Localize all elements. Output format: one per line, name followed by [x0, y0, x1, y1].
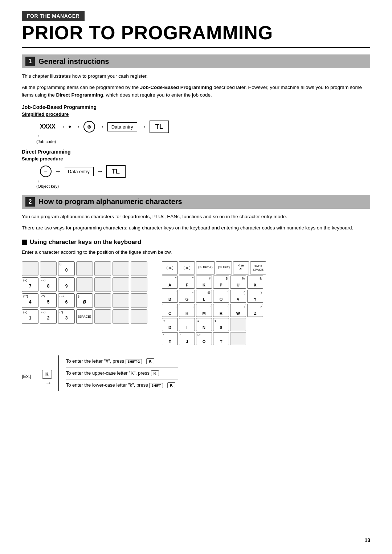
direct-heading: Direct Programming — [22, 149, 370, 155]
rkey-m: ' M — [196, 304, 212, 317]
sample-diagram: − → Data entry → TL ⋮ (Object key) — [33, 165, 370, 188]
arrow3: → — [98, 123, 105, 131]
example-line1: To enter the letter "#", press SHIFT-2 K — [66, 355, 178, 367]
key-space: (SPACE) — [76, 309, 93, 324]
sample-label: Sample procedure — [22, 156, 370, 162]
right-row-top: (DC) (DC) (SHIFT-2) (SHIFT) ¢ æ Æ BACK S… — [162, 261, 266, 274]
main-title: PRIOR TO PROGRAMMING — [22, 23, 370, 48]
key-dp-5: (") 5 — [40, 293, 57, 308]
key-tilde-1: (~) 1 — [22, 309, 38, 324]
example-line2: To enter the upper-case letter "K", pres… — [66, 367, 178, 379]
arrow6: → — [97, 168, 103, 175]
right-row-c: : C ; H ' M ’ R ! W ? Z — [162, 304, 266, 317]
section1-number: 1 — [25, 57, 35, 66]
rkey-c: : C — [162, 304, 178, 317]
rkey-y: ) Y — [247, 290, 263, 303]
section2-para2: There are two ways for programming chara… — [22, 224, 370, 232]
rkey-u: % U — [230, 276, 246, 289]
rkey-b: ' B — [162, 290, 178, 303]
rkey-x: & X — [247, 276, 263, 289]
key-section-0: § Ø — [76, 293, 93, 308]
key-tilde-6: (~) 6 — [58, 293, 75, 308]
rkey-q: ’ Q — [213, 290, 229, 303]
keyboard-row-2: (~) 7 (~) 8 ʹ 9 — [22, 277, 147, 292]
example-lines: To enter the letter "#", press SHIFT-2 K… — [58, 355, 178, 391]
rkey-k: # K — [196, 276, 212, 289]
section1-para1: This chapter illustrates how to program … — [22, 73, 370, 80]
key-tilde-8: (~) 8 — [40, 277, 57, 292]
rkey-v: ( V — [230, 290, 246, 303]
rkey-f: " F — [179, 276, 195, 289]
tl-box: TL — [150, 121, 169, 133]
arrow1: → — [59, 123, 66, 131]
job-code-heading: Job-Code-Based Programming — [22, 104, 370, 110]
manager-badge: FOR THE MANAGER — [22, 11, 85, 21]
key-empty-15 — [113, 309, 129, 324]
right-row-a: " A " F # K $ P % U & X — [162, 276, 266, 289]
tl-box2: TL — [106, 165, 126, 178]
rkey-shift2: (SHIFT-2) — [196, 261, 215, 274]
keyboard-row-3: (**) 4 (") 5 (~) 6 § Ø — [22, 293, 147, 308]
using-keyboard-heading: Using character keys on the keyboard — [22, 239, 370, 246]
k-key-1: K — [146, 358, 154, 364]
keyboard-layout: ß 0 (~) 7 (~) 8 ʹ 9 — [22, 261, 370, 345]
page-number: 13 — [364, 537, 370, 543]
rkey-l: @ L — [196, 290, 212, 303]
shift2-key: SHIFT-2 — [126, 359, 142, 364]
section2-number: 2 — [25, 197, 35, 207]
rkey-s: ¢ S — [213, 318, 229, 331]
example-k-key: K — [42, 370, 52, 379]
job-code-note: ⋮ (Job code) — [36, 135, 370, 144]
section2-para1: You can program alphanumeric characters … — [22, 213, 370, 221]
section2-header: 2 How to program alphanumeric characters — [22, 195, 370, 209]
key-empty-10 — [131, 277, 147, 292]
right-row-d: + D − I = N ¢ S — [162, 318, 266, 331]
circle-minus: − — [40, 166, 52, 177]
rkey-i: − I — [179, 318, 195, 331]
example-section: [Ex.] K → To enter the letter "#", press… — [22, 355, 370, 391]
section2-title: How to program alphanumeric characters — [38, 197, 182, 206]
key-empty-1 — [22, 261, 38, 276]
rkey-empty-e — [230, 332, 246, 345]
data-entry-box: Data entry — [107, 122, 137, 131]
keyboard-right: (DC) (DC) (SHIFT-2) (SHIFT) ¢ æ Æ BACK S… — [162, 261, 266, 345]
section1-title: General instructions — [38, 57, 109, 66]
arrow5: → — [54, 168, 61, 175]
keyboard-left: ß 0 (~) 7 (~) 8 ʹ 9 — [22, 261, 147, 345]
dot-symbol: • — [69, 123, 71, 131]
rkey-n: = N — [196, 318, 212, 331]
rkey-g: * G — [179, 290, 195, 303]
keyboard-row-4: (~) 1 (~) 2 (°) 3 (SPACE) — [22, 309, 147, 324]
shift-key: SHIFT — [149, 383, 163, 388]
key-acute-9: ʹ 9 — [58, 277, 75, 292]
example-line3: To enter the lower-case letter "k", pres… — [66, 379, 178, 391]
k-key-2: K — [151, 370, 159, 376]
key-empty-8 — [94, 277, 111, 292]
keyboard-row-1: ß 0 — [22, 261, 147, 276]
key-empty-3 — [76, 261, 93, 276]
key-tilde-7: (~) 7 — [22, 277, 38, 292]
rkey-r: ’ R — [213, 304, 229, 317]
rkey-dc1: (DC) — [162, 261, 178, 274]
key-empty-6 — [131, 261, 147, 276]
key-dd-4: (**) 4 — [22, 293, 38, 308]
section1-header: 1 General instructions — [22, 54, 370, 68]
rkey-oe: ¢ æ Æ — [233, 261, 249, 274]
example-line1-text: To enter the letter "#", press SHIFT-2 K — [66, 358, 157, 364]
key-empty-7 — [76, 277, 93, 292]
simplified-label: Simplified procedure — [22, 111, 370, 117]
key-empty-14 — [94, 309, 111, 324]
rkey-h: ; H — [179, 304, 195, 317]
key-beta-0: ß 0 — [58, 261, 75, 276]
arrow2: → — [74, 123, 81, 131]
example-line3-text: To enter the lower-case letter "k", pres… — [66, 382, 178, 388]
rkey-empty-d — [230, 318, 246, 331]
rkey-e: ‘ E — [162, 332, 178, 345]
rkey-p: $ P — [213, 276, 229, 289]
key-empty-11 — [94, 293, 111, 308]
key-empty-2 — [40, 261, 57, 276]
rkey-a: " A — [162, 276, 178, 289]
key-empty-5 — [113, 261, 129, 276]
key-empty-9 — [113, 277, 129, 292]
rkey-z: ? Z — [247, 304, 263, 317]
